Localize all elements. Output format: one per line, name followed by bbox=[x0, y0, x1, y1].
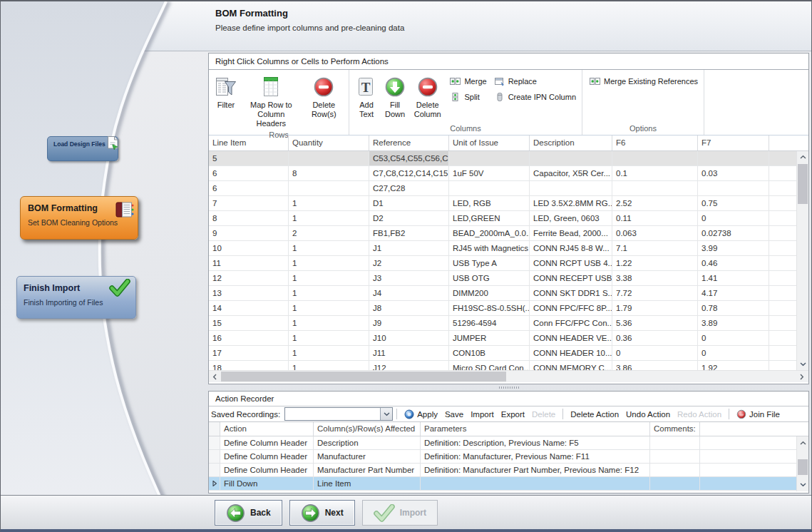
bom-cell[interactable]: 1 bbox=[289, 361, 369, 370]
bom-cell[interactable]: 3.86 bbox=[612, 361, 698, 370]
bom-cell[interactable]: LED,GREEN bbox=[449, 211, 530, 225]
bom-cell[interactable]: 1 bbox=[289, 256, 369, 270]
next-button[interactable]: Next bbox=[289, 500, 355, 526]
bom-cell[interactable]: USB OTG bbox=[449, 271, 530, 285]
bom-cell[interactable]: CONN HEADER 10... bbox=[530, 346, 612, 360]
bom-cell[interactable]: LED, RGB bbox=[449, 196, 530, 210]
replace-button[interactable]: Replace bbox=[494, 76, 576, 86]
action-column-header[interactable]: Action bbox=[220, 422, 314, 436]
action-cell[interactable]: Fill Down bbox=[220, 477, 314, 490]
bom-cell[interactable]: 6 bbox=[209, 166, 289, 180]
bom-cell[interactable]: FB1,FB2 bbox=[369, 226, 449, 240]
scroll-down-button[interactable] bbox=[797, 479, 808, 491]
action-cell[interactable]: Description bbox=[314, 436, 421, 449]
bom-cell[interactable] bbox=[289, 151, 369, 165]
bom-cell[interactable]: 1.79 bbox=[612, 301, 698, 315]
bom-cell[interactable]: 5.36 bbox=[612, 316, 698, 330]
scroll-thumb[interactable] bbox=[798, 459, 808, 475]
bom-cell[interactable]: 2 bbox=[289, 226, 369, 240]
bom-cell[interactable]: 0.1 bbox=[612, 166, 698, 180]
bom-cell[interactable]: CONN HEADER VE... bbox=[530, 331, 612, 345]
bom-cell[interactable] bbox=[530, 151, 612, 165]
bom-cell[interactable]: Capacitor, X5R Cer... bbox=[530, 166, 612, 180]
bom-cell[interactable]: 3.38 bbox=[612, 271, 698, 285]
scroll-up-button[interactable] bbox=[797, 151, 808, 163]
vertical-scrollbar[interactable] bbox=[796, 151, 808, 370]
action-cell[interactable] bbox=[650, 477, 700, 490]
step-finish-import[interactable]: Finish Import Finish Importing of Files bbox=[16, 276, 136, 319]
bom-cell[interactable]: 1 bbox=[289, 241, 369, 255]
bom-cell[interactable]: BEAD_2000mA_0.0... bbox=[449, 226, 530, 240]
bom-cell[interactable]: 16 bbox=[209, 331, 289, 345]
step-load-design-files[interactable]: Load Design Files bbox=[47, 136, 118, 161]
bom-cell[interactable]: 13 bbox=[209, 286, 289, 300]
bom-cell[interactable]: CON10B bbox=[449, 346, 530, 360]
bom-cell[interactable] bbox=[698, 151, 769, 165]
bom-cell[interactable]: RJ45 with Magnetics bbox=[449, 241, 530, 255]
add-text-button[interactable]: TAdd Text bbox=[352, 72, 381, 123]
bom-column-header[interactable]: F6 bbox=[612, 135, 698, 150]
chevron-down-icon[interactable] bbox=[380, 408, 392, 420]
scroll-left-button[interactable] bbox=[209, 371, 220, 382]
bom-cell[interactable]: 7.1 bbox=[612, 241, 698, 255]
bom-cell[interactable]: 8 bbox=[289, 166, 369, 180]
bom-cell[interactable]: C53,C54,C55,C56,C... bbox=[369, 151, 449, 165]
row-header[interactable] bbox=[209, 477, 220, 490]
map-row-to-column-headers-button[interactable]: Map Row to Column Headers bbox=[240, 72, 302, 130]
bom-cell[interactable]: 0.36 bbox=[612, 331, 698, 345]
bom-cell[interactable]: JUMPER bbox=[449, 331, 530, 345]
save-button[interactable]: Save bbox=[441, 410, 467, 419]
bom-cell[interactable]: 11 bbox=[209, 256, 289, 270]
bom-cell[interactable]: J4 bbox=[369, 286, 449, 300]
bom-cell[interactable]: 6 bbox=[209, 181, 289, 195]
action-cell[interactable]: Definition: Manufacturer, Previous Name:… bbox=[421, 450, 650, 463]
merge-existing-references-button[interactable]: Merge Existing References bbox=[590, 76, 698, 86]
bom-cell[interactable]: DIMM200 bbox=[449, 286, 530, 300]
scroll-thumb[interactable] bbox=[221, 372, 506, 382]
bom-cell[interactable]: 7.72 bbox=[612, 286, 698, 300]
bom-cell[interactable]: 0.11 bbox=[612, 211, 698, 225]
bom-cell[interactable] bbox=[530, 181, 612, 195]
import-button[interactable]: Import bbox=[467, 410, 498, 419]
bom-cell[interactable]: J8 bbox=[369, 301, 449, 315]
action-cell[interactable]: Definition: Description, Previous Name: … bbox=[421, 436, 650, 449]
bom-cell[interactable]: 3.99 bbox=[698, 241, 769, 255]
bom-cell[interactable]: USB Type A bbox=[449, 256, 530, 270]
bom-cell[interactable]: J12 bbox=[369, 361, 449, 370]
bom-cell[interactable]: 10 bbox=[209, 241, 289, 255]
bom-cell[interactable] bbox=[612, 151, 698, 165]
bom-column-header[interactable]: Unit of Issue bbox=[449, 135, 530, 150]
bom-cell[interactable]: CONN SKT DDR1 S... bbox=[530, 286, 612, 300]
bom-cell[interactable]: 1 bbox=[289, 346, 369, 360]
delete-action-button[interactable]: Delete Action bbox=[567, 410, 622, 419]
action-cell[interactable] bbox=[421, 477, 650, 490]
bom-cell[interactable]: 14 bbox=[209, 301, 289, 315]
bom-cell[interactable]: 15 bbox=[209, 316, 289, 330]
bom-cell[interactable]: 12 bbox=[209, 271, 289, 285]
scroll-thumb[interactable] bbox=[798, 164, 808, 204]
merge-button[interactable]: Merge bbox=[450, 76, 486, 86]
bom-cell[interactable]: J1 bbox=[369, 241, 449, 255]
bom-column-header[interactable]: Reference bbox=[369, 135, 449, 150]
bom-cell[interactable]: C27,C28 bbox=[369, 181, 449, 195]
action-cell[interactable]: Definition: Manufacturer Part Number, Pr… bbox=[421, 464, 650, 476]
action-cell[interactable] bbox=[650, 450, 700, 463]
bom-cell[interactable] bbox=[698, 181, 769, 195]
bom-cell[interactable] bbox=[449, 181, 530, 195]
bom-cell[interactable]: CONN MEMORY C... bbox=[530, 361, 612, 370]
action-cell[interactable] bbox=[650, 464, 700, 476]
bom-cell[interactable]: 1 bbox=[289, 196, 369, 210]
bom-cell[interactable]: C7,C8,C12,C14,C15,... bbox=[369, 166, 449, 180]
bom-cell[interactable]: J2 bbox=[369, 256, 449, 270]
bom-cell[interactable]: 2.52 bbox=[612, 196, 698, 210]
bom-cell[interactable]: LED, Green, 0603 bbox=[530, 211, 612, 225]
bom-column-header[interactable]: Quantity bbox=[289, 135, 369, 150]
back-button[interactable]: Back bbox=[215, 500, 282, 526]
create-ipn-column-button[interactable]: Create IPN Column bbox=[494, 92, 576, 102]
action-cell[interactable]: Define Column Header bbox=[220, 464, 314, 476]
action-cell[interactable]: Define Column Header bbox=[220, 450, 314, 463]
scroll-right-button[interactable] bbox=[796, 371, 808, 382]
bom-column-header[interactable]: Line Item bbox=[209, 135, 289, 150]
bom-cell[interactable]: 1.22 bbox=[612, 256, 698, 270]
horizontal-scrollbar[interactable] bbox=[209, 370, 808, 382]
